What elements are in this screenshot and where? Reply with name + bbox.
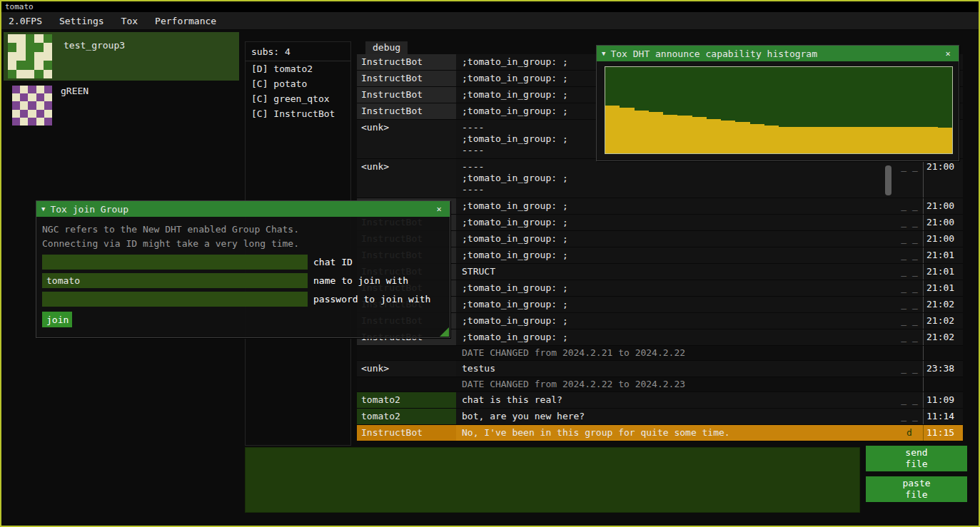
date-row[interactable]: DATE CHANGED from 2024.2.22 to 2024.2.23 bbox=[357, 377, 963, 392]
collapse-arrow-icon[interactable]: ▼ bbox=[41, 205, 45, 213]
group-avatar bbox=[12, 86, 52, 126]
timestamp: 23:38 bbox=[923, 361, 963, 377]
message-text: ;tomato_in_group: ; bbox=[456, 329, 896, 345]
histogram-bar bbox=[605, 106, 620, 153]
avatar-pixel bbox=[16, 34, 25, 43]
date-text: DATE CHANGED from 2024.2.21 to 2024.2.22 bbox=[456, 346, 896, 360]
message-text: No, I've been in this group for quite so… bbox=[456, 425, 896, 441]
avatar-pixel bbox=[44, 61, 52, 69]
paste-file-button[interactable]: paste file bbox=[866, 476, 967, 502]
message-text: ;tomato_in_group: ; bbox=[456, 247, 896, 263]
resize-grip-icon[interactable] bbox=[440, 327, 449, 337]
histogram-bar bbox=[837, 127, 851, 154]
avatar-pixel bbox=[20, 93, 28, 101]
avatar-pixel bbox=[44, 118, 52, 126]
sender-name[interactable]: InstructBot bbox=[357, 425, 456, 441]
close-icon[interactable]: ✕ bbox=[433, 204, 445, 214]
message-text: STRUCT bbox=[456, 264, 896, 280]
message-line: ;tomato_in_group: ; bbox=[462, 217, 890, 228]
send-file-button[interactable]: send file bbox=[866, 446, 967, 471]
join-info-line: NGC refers to the New DHT enabled Group … bbox=[42, 222, 444, 237]
timestamp bbox=[923, 377, 963, 392]
histogram-bar bbox=[735, 122, 749, 153]
sender-name[interactable]: tomato2 bbox=[357, 409, 456, 424]
avatar-pixel bbox=[16, 61, 25, 69]
avatar-pixel bbox=[28, 86, 36, 93]
message-row[interactable]: <unk>----;tomato_in_group: ;----_ _21:00 bbox=[357, 159, 963, 198]
status-marks: _ _ bbox=[896, 231, 923, 247]
histogram-bar bbox=[750, 124, 764, 153]
sender-name[interactable]: InstructBot bbox=[357, 71, 456, 86]
timestamp: 21:01 bbox=[923, 247, 963, 263]
sender-name[interactable]: <unk> bbox=[357, 361, 456, 377]
member-item[interactable]: [C] InstructBot bbox=[246, 106, 350, 121]
message-row[interactable]: <unk>testus_ _23:38 bbox=[357, 361, 963, 377]
timestamp: 21:01 bbox=[923, 280, 963, 296]
collapse-arrow-icon[interactable]: ▼ bbox=[602, 50, 605, 57]
chat-scrollbar-thumb[interactable] bbox=[885, 165, 891, 195]
close-icon[interactable]: ✕ bbox=[942, 48, 954, 58]
sender-name[interactable]: <unk> bbox=[357, 120, 456, 158]
member-item[interactable]: [C] green_qtox bbox=[246, 91, 350, 106]
window-titlebar[interactable]: tomato bbox=[1, 1, 979, 12]
avatar-pixel bbox=[26, 52, 34, 61]
avatar-pixel bbox=[34, 61, 43, 69]
histogram-bar bbox=[707, 119, 721, 153]
message-line: DATE CHANGED from 2024.2.22 to 2024.2.23 bbox=[462, 379, 890, 390]
member-item[interactable]: [C] potato bbox=[246, 76, 350, 91]
status-marks: _ _ bbox=[896, 159, 923, 198]
sender-name[interactable]: <unk> bbox=[357, 159, 456, 198]
join-password-input[interactable] bbox=[42, 292, 308, 307]
message-text: ;tomato_in_group: ; bbox=[456, 215, 896, 230]
timestamp: 21:00 bbox=[923, 198, 963, 214]
chat-id-label: chat ID bbox=[313, 257, 353, 267]
histogram-bar bbox=[692, 117, 707, 153]
message-line: testus bbox=[462, 363, 890, 374]
group-avatar bbox=[8, 34, 52, 78]
sender-name[interactable]: InstructBot bbox=[357, 103, 456, 119]
status-marks: _ _ bbox=[896, 297, 923, 312]
sender-name[interactable]: tomato2 bbox=[357, 392, 456, 408]
avatar-pixel bbox=[20, 86, 28, 93]
fps-counter: 2.0FPS bbox=[9, 16, 42, 26]
timestamp: 11:14 bbox=[923, 409, 963, 424]
message-line: bot, are you new here? bbox=[462, 411, 890, 422]
histogram-window-titlebar[interactable]: ▼ Tox DHT announce capability histogram … bbox=[597, 46, 959, 61]
message-line: chat is this real? bbox=[462, 394, 890, 406]
menu-item-settings[interactable]: Settings bbox=[59, 16, 104, 26]
group-item-test_group3[interactable]: test_group3 bbox=[4, 32, 239, 81]
subs-header: subs: 4 bbox=[246, 42, 350, 61]
menu-item-tox[interactable]: Tox bbox=[121, 16, 138, 26]
sender-name[interactable]: InstructBot bbox=[357, 87, 456, 103]
message-input[interactable] bbox=[245, 447, 860, 513]
message-line: ;tomato_in_group: ; bbox=[462, 315, 890, 327]
avatar-pixel bbox=[26, 43, 34, 51]
avatar-pixel bbox=[36, 118, 44, 126]
group-item-gREEN[interactable]: gREEN bbox=[4, 81, 239, 129]
histogram-bar bbox=[721, 121, 735, 153]
join-name-input[interactable] bbox=[42, 273, 308, 288]
menu-item-performance[interactable]: Performance bbox=[155, 16, 216, 26]
avatar-pixel bbox=[34, 34, 43, 43]
message-row[interactable]: tomato2chat is this real?_ _11:09 bbox=[357, 392, 963, 409]
app-window: tomato 2.0FPS SettingsToxPerformance tes… bbox=[0, 0, 980, 527]
window-title: tomato bbox=[5, 2, 34, 11]
timestamp: 21:00 bbox=[923, 231, 963, 247]
avatar-pixel bbox=[8, 43, 16, 51]
tab-debug[interactable]: debug bbox=[365, 41, 408, 54]
join-window-titlebar[interactable]: ▼ Tox join Group ✕ bbox=[36, 201, 450, 217]
join-button[interactable]: join bbox=[42, 312, 72, 327]
message-row[interactable]: tomato2bot, are you new here?_ _11:14 bbox=[357, 409, 963, 425]
timestamp: 21:02 bbox=[923, 329, 963, 345]
message-row[interactable]: InstructBotNo, I've been in this group f… bbox=[357, 425, 963, 441]
sender-name[interactable]: InstructBot bbox=[357, 54, 456, 70]
avatar-pixel bbox=[34, 70, 43, 78]
member-item[interactable]: [D] tomato2 bbox=[246, 61, 350, 76]
date-row[interactable]: DATE CHANGED from 2024.2.21 to 2024.2.22 bbox=[357, 346, 963, 361]
chat-id-input[interactable] bbox=[42, 255, 308, 270]
status-marks: d bbox=[896, 425, 923, 441]
avatar-pixel bbox=[44, 93, 52, 101]
histogram-bar bbox=[620, 108, 634, 153]
message-text: ;tomato_in_group: ; bbox=[456, 280, 896, 296]
join-window-body: NGC refers to the New DHT enabled Group … bbox=[36, 217, 450, 333]
